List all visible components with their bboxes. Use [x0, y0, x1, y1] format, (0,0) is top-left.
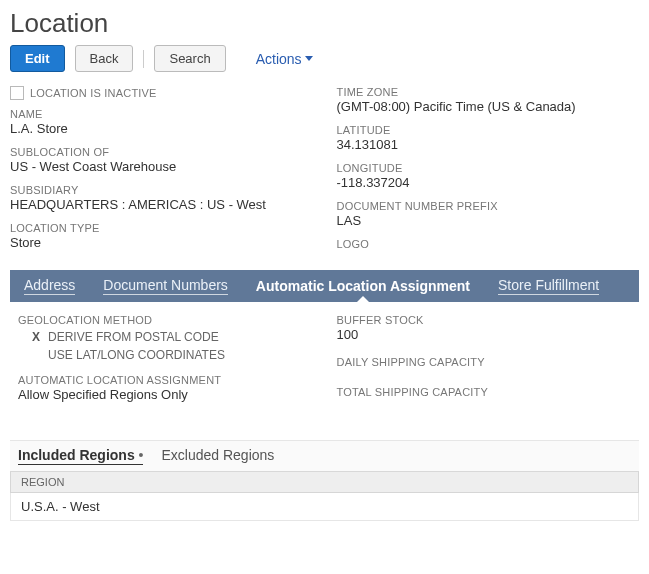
total-shipping-capacity-label: TOTAL SHIPPING CAPACITY — [337, 386, 632, 398]
tab-ala-label: Automatic Location Assignment — [256, 278, 470, 295]
buffer-stock-value: 100 — [337, 327, 632, 342]
ala-mode-label: AUTOMATIC LOCATION ASSIGNMENT — [18, 374, 313, 386]
buffer-stock-label: BUFFER STOCK — [337, 314, 632, 326]
details-right-column: TIME ZONE (GMT-08:00) Pacific Time (US &… — [337, 86, 640, 260]
chevron-down-icon — [305, 56, 313, 61]
geolocation-option-postal[interactable]: X DERIVE FROM POSTAL CODE — [18, 328, 313, 346]
longitude-value: -118.337204 — [337, 175, 640, 190]
geolocation-option-postal-label: DERIVE FROM POSTAL CODE — [48, 330, 219, 344]
ala-right-column: BUFFER STOCK 100 DAILY SHIPPING CAPACITY… — [337, 314, 632, 412]
region-subtabs: Included Regions Excluded Regions — [10, 440, 639, 472]
page-title: Location — [10, 8, 639, 39]
doc-number-prefix-value: LAS — [337, 213, 640, 228]
timezone-value: (GMT-08:00) Pacific Time (US & Canada) — [337, 99, 640, 114]
tab-address-label: Address — [24, 277, 75, 295]
subsidiary-value: HEADQUARTERS : AMERICAS : US - West — [10, 197, 313, 212]
tab-address[interactable]: Address — [10, 270, 89, 302]
latitude-value: 34.131081 — [337, 137, 640, 152]
search-button[interactable]: Search — [154, 45, 225, 72]
geolocation-method-group: X DERIVE FROM POSTAL CODE USE LAT/LONG C… — [18, 328, 313, 364]
logo-label: LOGO — [337, 238, 640, 250]
tab-automatic-location-assignment[interactable]: Automatic Location Assignment — [242, 270, 484, 302]
region-table-header: REGION — [10, 472, 639, 493]
geolocation-option-latlong-label: USE LAT/LONG COORDINATES — [48, 348, 225, 362]
tab-bar: Address Document Numbers Automatic Locat… — [10, 270, 639, 302]
location-type-label: LOCATION TYPE — [10, 222, 313, 234]
subtab-excluded-regions[interactable]: Excluded Regions — [161, 447, 274, 465]
latitude-label: LATITUDE — [337, 124, 640, 136]
ala-mode-value: Allow Specified Regions Only — [18, 387, 313, 402]
inactive-row: LOCATION IS INACTIVE — [10, 86, 313, 100]
doc-number-prefix-label: DOCUMENT NUMBER PREFIX — [337, 200, 640, 212]
tab-store-fulfillment[interactable]: Store Fulfillment — [484, 270, 613, 302]
table-row[interactable]: U.S.A. - West — [10, 493, 639, 521]
longitude-label: LONGITUDE — [337, 162, 640, 174]
actions-label: Actions — [256, 51, 302, 67]
tab-store-fulfillment-label: Store Fulfillment — [498, 277, 599, 295]
tab-document-numbers[interactable]: Document Numbers — [89, 270, 242, 302]
tab-document-numbers-label: Document Numbers — [103, 277, 228, 295]
subsidiary-label: SUBSIDIARY — [10, 184, 313, 196]
subtab-included-regions[interactable]: Included Regions — [18, 447, 143, 465]
name-label: NAME — [10, 108, 313, 120]
details-panel: LOCATION IS INACTIVE NAME L.A. Store SUB… — [10, 86, 639, 260]
ala-left-column: GEOLOCATION METHOD X DERIVE FROM POSTAL … — [18, 314, 313, 412]
edit-button[interactable]: Edit — [10, 45, 65, 72]
details-left-column: LOCATION IS INACTIVE NAME L.A. Store SUB… — [10, 86, 313, 260]
daily-shipping-capacity-label: DAILY SHIPPING CAPACITY — [337, 356, 632, 368]
name-value: L.A. Store — [10, 121, 313, 136]
geolocation-method-label: GEOLOCATION METHOD — [18, 314, 313, 326]
toolbar: Edit Back Search Actions — [10, 45, 639, 72]
sublocation-of-value: US - West Coast Warehouse — [10, 159, 313, 174]
inactive-checkbox[interactable] — [10, 86, 24, 100]
toolbar-divider — [143, 50, 144, 68]
actions-dropdown[interactable]: Actions — [256, 51, 313, 67]
sublocation-of-label: SUBLOCATION OF — [10, 146, 313, 158]
ala-section: GEOLOCATION METHOD X DERIVE FROM POSTAL … — [10, 302, 639, 418]
location-type-value: Store — [10, 235, 313, 250]
back-button[interactable]: Back — [75, 45, 134, 72]
inactive-label: LOCATION IS INACTIVE — [30, 87, 157, 99]
timezone-label: TIME ZONE — [337, 86, 640, 98]
geolocation-option-latlong[interactable]: USE LAT/LONG COORDINATES — [18, 346, 313, 364]
radio-selected-icon: X — [30, 330, 42, 344]
